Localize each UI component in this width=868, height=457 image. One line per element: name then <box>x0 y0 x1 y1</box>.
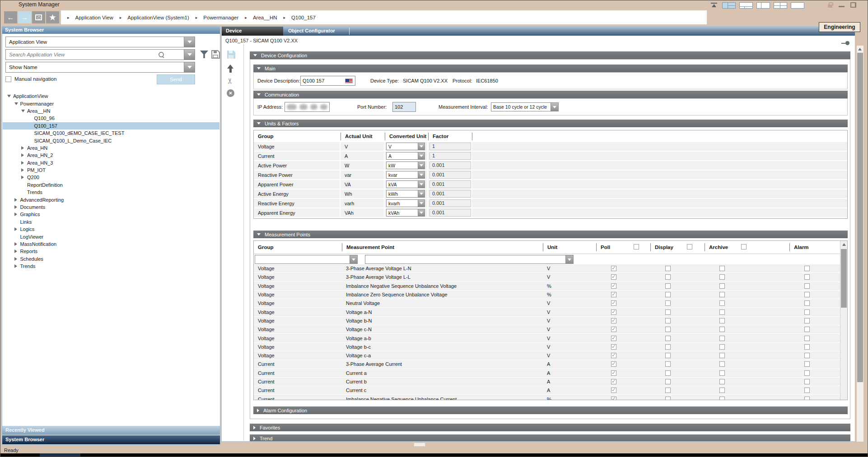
tree-item[interactable]: Area_HN <box>3 144 219 152</box>
history-button[interactable] <box>32 11 45 23</box>
display-checkbox[interactable] <box>665 397 671 400</box>
scroll-up-icon[interactable] <box>842 243 846 246</box>
measurement-point-row[interactable]: CurrentImbalance Negative Sequence Unbal… <box>254 395 841 400</box>
chevron-down-icon[interactable] <box>418 152 425 159</box>
chevron-down-icon[interactable] <box>418 200 425 207</box>
converted-unit-dropdown[interactable]: kVA <box>386 180 425 188</box>
tree-item[interactable]: AdvancedReporting <box>3 196 219 203</box>
tree-item[interactable]: MassNotification <box>3 240 219 248</box>
converted-unit-dropdown[interactable]: kvar <box>386 171 425 179</box>
poll-checkbox[interactable] <box>611 309 616 315</box>
layout-bottom-panel-icon[interactable] <box>739 2 753 9</box>
measurement-point-row[interactable]: VoltageImbalance Negative Sequence Unbal… <box>254 282 841 291</box>
measurement-point-row[interactable]: VoltageVoltage b-NV <box>254 317 841 325</box>
display-checkbox[interactable] <box>665 309 671 315</box>
tree-item[interactable]: Reports <box>3 248 219 255</box>
archive-checkbox[interactable] <box>719 361 725 367</box>
poll-checkbox[interactable] <box>611 318 616 323</box>
poll-checkbox[interactable] <box>611 353 616 358</box>
tree-item[interactable]: Q200 <box>3 174 219 181</box>
alarm-checkbox[interactable] <box>804 397 810 400</box>
display-checkbox[interactable] <box>665 379 671 384</box>
converted-unit-dropdown[interactable]: kvarh <box>386 199 425 207</box>
system-browser-bar[interactable]: System Browser <box>2 435 220 444</box>
archive-checkbox[interactable] <box>719 300 725 306</box>
main-vertical-scrollbar[interactable] <box>857 46 863 442</box>
chevron-down-icon[interactable] <box>418 143 425 150</box>
tree-expand-icon[interactable] <box>21 153 27 157</box>
measurement-point-row[interactable]: VoltageVoltage c-aV <box>254 351 841 360</box>
alarm-checkbox[interactable] <box>804 361 810 367</box>
measurement-point-row[interactable]: VoltageVoltage a-NV <box>254 308 841 316</box>
alarm-checkbox[interactable] <box>804 388 810 393</box>
archive-checkbox[interactable] <box>719 353 725 358</box>
alarm-checkbox[interactable] <box>804 274 810 280</box>
layout-split-right-icon[interactable] <box>722 2 736 9</box>
us-flag-icon[interactable] <box>345 78 353 83</box>
tree-expand-icon[interactable] <box>14 264 20 268</box>
display-checkbox[interactable] <box>665 388 671 393</box>
alarm-checkbox[interactable] <box>804 327 810 332</box>
breadcrumb-item[interactable]: Q100_157 <box>291 15 316 20</box>
poll-checkbox[interactable] <box>611 397 616 400</box>
alarm-checkbox[interactable] <box>804 336 810 341</box>
tree-expand-icon[interactable] <box>14 212 20 216</box>
chevron-down-icon[interactable] <box>418 171 425 178</box>
scrollbar-thumb[interactable] <box>841 249 847 308</box>
measurement-point-row[interactable]: VoltageNeutral VoltageV <box>254 299 841 308</box>
display-checkbox[interactable] <box>665 283 671 289</box>
favorites-button[interactable]: ★ <box>46 11 59 23</box>
converted-unit-dropdown[interactable]: kWh <box>386 190 425 198</box>
layout-grid-icon[interactable] <box>774 2 787 9</box>
section-alarm-configuration[interactable]: Alarm Configuration <box>253 406 848 414</box>
section-favorites[interactable]: Favorites <box>250 424 850 431</box>
chevron-down-icon[interactable] <box>184 37 195 47</box>
display-mode-dropdown[interactable]: Show Name <box>5 62 195 73</box>
port-number-input[interactable] <box>392 102 416 112</box>
alarm-checkbox[interactable] <box>804 292 810 297</box>
lock-icon[interactable] <box>828 5 832 8</box>
tree-expand-icon[interactable] <box>14 227 20 231</box>
tree-expand-icon[interactable] <box>21 146 27 150</box>
tree-item[interactable]: Links <box>3 218 219 226</box>
poll-checkbox[interactable] <box>611 336 616 341</box>
archive-checkbox[interactable] <box>719 274 725 280</box>
group-filter-dropdown[interactable] <box>255 255 358 264</box>
tree-expand-icon[interactable] <box>14 242 20 246</box>
search-field[interactable] <box>5 49 195 60</box>
tree-expand-icon[interactable] <box>14 257 20 261</box>
tree-item[interactable]: LogViewer <box>3 233 219 240</box>
tree-item[interactable]: SICAM_Q100_dEMO_CASE_IEC_TEST <box>3 129 219 137</box>
tree-item[interactable]: Logics <box>3 226 219 233</box>
tree-item[interactable]: Powermanager <box>3 100 219 107</box>
tab-object-configurator[interactable]: Object Configurator <box>288 28 335 33</box>
column-select-all-checkbox[interactable] <box>687 244 692 249</box>
archive-checkbox[interactable] <box>719 318 725 323</box>
scrollbar-thumb[interactable] <box>857 53 863 382</box>
chevron-down-icon[interactable] <box>565 255 573 263</box>
tree-collapse-icon[interactable] <box>21 110 27 112</box>
tree-item-selected[interactable]: Q100_157 <box>3 122 219 129</box>
archive-checkbox[interactable] <box>719 327 725 332</box>
tree-item[interactable]: ApplicationView <box>3 92 219 100</box>
measurement-point-row[interactable]: VoltageImbalance Zero Sequence Unbalance… <box>254 291 841 299</box>
filter-icon[interactable] <box>200 51 208 58</box>
display-checkbox[interactable] <box>665 300 671 306</box>
poll-checkbox[interactable] <box>611 361 616 367</box>
measurement-point-row[interactable]: Voltage3-Phase Average Voltage L-NV <box>254 264 841 273</box>
tree-expand-icon[interactable] <box>14 198 20 202</box>
tree-item[interactable]: Schedules <box>3 255 219 263</box>
poll-checkbox[interactable] <box>611 283 616 289</box>
breadcrumb-item[interactable]: ApplicationView (System1) <box>127 15 189 20</box>
tree-item[interactable]: Trends <box>3 263 219 270</box>
layout-single-icon[interactable] <box>791 2 804 9</box>
alarm-checkbox[interactable] <box>804 266 810 271</box>
archive-checkbox[interactable] <box>719 283 725 289</box>
tree-item[interactable]: Area_HN_3 <box>3 159 219 166</box>
tree-item[interactable]: ReportDefinition <box>3 181 219 189</box>
poll-checkbox[interactable] <box>611 327 616 332</box>
tree-expand-icon[interactable] <box>21 168 27 172</box>
dock-top-icon[interactable] <box>711 3 717 7</box>
measurement-interval-dropdown[interactable]: Base 10 cycle or 12 cycle <box>491 102 559 111</box>
poll-checkbox[interactable] <box>611 292 616 297</box>
